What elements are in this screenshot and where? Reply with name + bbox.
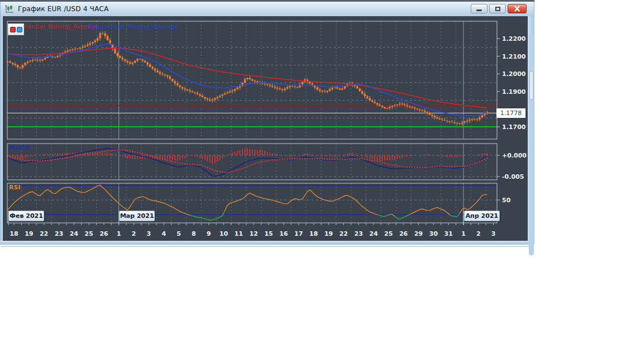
window-title: График EUR /USD 4 ЧАСА: [18, 5, 108, 13]
ema-blue-legend-chip[interactable]: [17, 27, 22, 32]
svg-text:3: 3: [146, 230, 151, 237]
svg-text:2: 2: [476, 230, 481, 237]
ema-blue-legend-label: Exponential_Moving_Average: [88, 23, 178, 30]
svg-text:8: 8: [192, 230, 196, 237]
svg-text:5: 5: [177, 230, 181, 237]
rsi-panel-label: RSI: [9, 184, 21, 191]
svg-text:17: 17: [295, 230, 303, 237]
legend-chip-box: [8, 23, 24, 35]
svg-text:23: 23: [354, 230, 363, 237]
minimize-icon: [476, 9, 482, 11]
svg-text:19: 19: [324, 230, 333, 237]
svg-text:15: 15: [264, 230, 273, 237]
svg-text:9: 9: [207, 230, 211, 237]
svg-text:12: 12: [249, 230, 258, 237]
minimize-button[interactable]: [471, 4, 487, 13]
maximize-icon: [495, 7, 500, 11]
svg-text:22: 22: [40, 230, 48, 237]
svg-text:1: 1: [461, 230, 466, 237]
svg-text:16: 16: [280, 230, 288, 237]
month-label-feb[interactable]: Фев 2021: [8, 211, 44, 221]
svg-text:18: 18: [309, 230, 318, 237]
svg-text:30: 30: [429, 230, 438, 237]
month-label-apr[interactable]: Апр 2021: [464, 211, 500, 221]
window-border-bottom: [0, 241, 534, 245]
month-label-mar[interactable]: Мар 2021: [119, 211, 155, 221]
svg-text:1.2100: 1.2100: [502, 53, 526, 60]
svg-text:22: 22: [339, 230, 348, 237]
svg-text:11: 11: [234, 230, 243, 237]
svg-text:1.2200: 1.2200: [502, 35, 526, 42]
vertical-scrollbar[interactable]: [529, 34, 534, 255]
maximize-button[interactable]: [489, 4, 506, 13]
svg-text:26: 26: [399, 230, 408, 237]
svg-text:1.2000: 1.2000: [502, 70, 526, 78]
price-chart-canvas[interactable]: 1.22001.21001.20001.19001.1700+0.000-0.0…: [3, 16, 528, 241]
current-price-tag: 1.1778: [496, 108, 525, 118]
svg-text:18: 18: [10, 230, 18, 237]
svg-text:2: 2: [132, 230, 136, 237]
svg-text:1.1700: 1.1700: [502, 123, 526, 131]
chart-app-icon: [4, 4, 15, 13]
svg-text:3: 3: [491, 230, 496, 237]
svg-text:19: 19: [25, 230, 33, 237]
chart-client-area[interactable]: 1.22001.21001.20001.19001.1700+0.000-0.0…: [3, 16, 528, 241]
close-icon: [514, 6, 520, 12]
svg-text:50: 50: [502, 197, 511, 204]
scrollbar-thumb[interactable]: [529, 71, 533, 100]
svg-text:4: 4: [162, 230, 166, 237]
svg-text:1.1900: 1.1900: [502, 88, 526, 96]
svg-text:25: 25: [384, 230, 392, 237]
svg-text:31: 31: [444, 230, 453, 237]
window-titlebar[interactable]: График EUR /USD 4 ЧАСА: [0, 2, 534, 16]
svg-text:29: 29: [414, 230, 423, 237]
svg-text:23: 23: [55, 230, 63, 237]
svg-text:24: 24: [70, 230, 79, 237]
macd-panel-label: MACD: [9, 144, 30, 151]
svg-text:1: 1: [117, 230, 121, 237]
svg-text:24: 24: [370, 230, 378, 237]
svg-text:25: 25: [84, 230, 93, 237]
window-controls: [471, 4, 527, 13]
svg-text:10: 10: [220, 230, 229, 237]
svg-text:+0.000: +0.000: [502, 152, 527, 159]
window-bottom-shadow: [1, 246, 534, 247]
svg-text:-0.005: -0.005: [502, 173, 524, 180]
ema-red-legend-chip[interactable]: [10, 27, 16, 32]
svg-text:26: 26: [100, 230, 108, 237]
close-button[interactable]: [508, 4, 527, 13]
chart-window: График EUR /USD 4 ЧАСА 1.22001.21001.200…: [0, 0, 534, 245]
